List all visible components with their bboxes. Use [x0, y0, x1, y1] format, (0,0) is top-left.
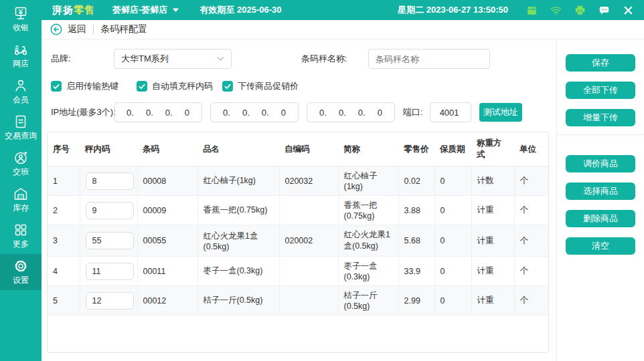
ip-octet: 0.: [223, 108, 230, 118]
save-button[interactable]: 保存: [566, 54, 635, 72]
download-all-button[interactable]: 全部下传: [566, 82, 635, 99]
close-icon[interactable]: [622, 4, 635, 17]
cell-shelf-life: 0: [434, 257, 471, 286]
cell-price: 3.88: [398, 196, 434, 225]
message-icon[interactable]: [598, 4, 611, 17]
cell-name: 香蕉一把(0.75kg): [197, 196, 279, 225]
ip-address-input-1[interactable]: 0.0.0.0: [114, 102, 202, 122]
action-group-secondary: 调价商品选择商品删除商品清空: [566, 135, 635, 255]
scale-code-input[interactable]: [86, 292, 134, 310]
cell-price: 2.99: [398, 286, 434, 316]
cell-barcode: 00011: [137, 257, 197, 286]
cell-shelf-life: 0: [434, 196, 471, 225]
sidebar-items: 收银网店会员交易查询交班库存更多设置: [0, 1, 42, 290]
sidebar-item-settings[interactable]: 设置: [0, 254, 42, 290]
page-header: 返回 条码秤配置: [42, 20, 644, 39]
printer-icon[interactable]: [574, 4, 586, 17]
warehouse-icon: [13, 186, 29, 202]
ip-address-input-3[interactable]: 0.0.0.0: [307, 102, 395, 122]
clear-button[interactable]: 清空: [566, 237, 635, 255]
back-button[interactable]: 返回: [50, 23, 86, 36]
brand-select[interactable]: 大华TM系列: [114, 49, 232, 69]
sidebar-item-label: 库存: [13, 203, 29, 214]
delete-products-button[interactable]: 删除商品: [566, 210, 635, 227]
checkbox-transfer-hotkey[interactable]: 启用传输热键: [47, 80, 133, 92]
cell-weigh-method: 计重: [471, 225, 514, 257]
test-address-button[interactable]: 测试地址: [479, 103, 522, 122]
port-input[interactable]: [430, 102, 471, 122]
sidebar-item-more[interactable]: 更多: [0, 218, 42, 254]
sidebar-item-inventory[interactable]: 库存: [0, 182, 42, 218]
column-header: 单位: [514, 132, 549, 166]
cell-unit: 个: [514, 257, 549, 286]
ip-octet: 0.: [242, 108, 250, 118]
column-header: 称重方式: [471, 132, 514, 166]
table-row: 400011枣子一盒(0.3kg)枣子一盒(0.3kg)33.90计重个: [48, 257, 549, 286]
cell-name: 红心柚子(1kg): [197, 166, 279, 196]
column-header: 简称: [338, 132, 398, 166]
column-header: 零售价: [398, 132, 434, 166]
header-divider: [93, 25, 94, 34]
cell-short-name: 枣子一盒(0.3kg): [338, 257, 398, 286]
cell-weigh-method: 计数: [471, 166, 514, 196]
ip-octet: 0.: [262, 108, 269, 118]
ip-address-input-2[interactable]: 0.0.0.0: [210, 102, 299, 122]
topbar: 湃扬零售 荟鲜店-荟鲜店 有效期至 2025-06-30 星期二 2023-06…: [42, 0, 644, 20]
table-row: 100008红心柚子(1kg)020032红心柚子(1kg)0.020计数个: [48, 166, 549, 196]
back-label: 返回: [68, 23, 86, 35]
scale-code-input[interactable]: [86, 232, 134, 249]
table-row: 300055红心火龙果1盒(0.5kg)020002红心火龙果1盒(0.5kg)…: [48, 225, 549, 257]
cell-scale-code: [80, 166, 137, 196]
sidebar: 收银网店会员交易查询交班库存更多设置: [0, 0, 42, 361]
cell-scale-code: [80, 196, 137, 225]
store-selector[interactable]: 荟鲜店-荟鲜店: [112, 4, 179, 16]
chevron-down-icon: [217, 56, 224, 62]
cell-unit: 个: [514, 286, 549, 316]
sidebar-item-cashier[interactable]: 收银: [0, 1, 42, 37]
scale-code-input[interactable]: [86, 263, 134, 280]
page-title: 条码秤配置: [100, 23, 147, 35]
ip-octet: 0.: [319, 108, 327, 118]
cell-unit: 个: [514, 225, 549, 257]
checkbox-upload-promo[interactable]: 下传商品促销价: [218, 80, 304, 92]
incremental-upload-button[interactable]: 增量下传: [566, 109, 635, 126]
cell-weigh-method: 计重: [471, 196, 514, 225]
cell-name: 红心火龙果1盒(0.5kg): [197, 225, 279, 257]
ip-octet: 0.: [127, 108, 134, 118]
sidebar-item-shift[interactable]: 交班: [0, 146, 42, 182]
app-logo: 湃扬零售: [52, 4, 95, 17]
scooter-icon: [13, 41, 29, 57]
cell-barcode: 00055: [137, 225, 197, 257]
select-products-button[interactable]: 选择商品: [566, 183, 635, 200]
checkbox-autofill-code[interactable]: 自动填充秤内码: [133, 80, 218, 92]
cell-unit: 个: [514, 196, 549, 225]
datetime-text: 星期二 2023-06-27 13:50:50: [398, 4, 508, 16]
store-name: 荟鲜店-荟鲜店: [112, 4, 167, 16]
validity-text: 有效期至 2025-06-30: [199, 4, 281, 16]
member-icon: [13, 78, 29, 94]
cell-weigh-method: 计重: [471, 286, 514, 316]
config-form: 品牌: 大华TM系列 条码秤名称: 启用传输热键自动填充秤内码下传商品促销价 I…: [42, 39, 556, 361]
sidebar-item-transactions[interactable]: 交易查询: [0, 110, 42, 146]
ip-octet: 0.: [339, 108, 346, 118]
scale-name-input[interactable]: [368, 49, 490, 69]
cell-index: 4: [48, 257, 80, 286]
scale-name-label: 条码秤名称:: [301, 53, 361, 65]
scale-code-input[interactable]: [86, 202, 134, 219]
sidebar-item-online-store[interactable]: 网店: [0, 37, 42, 74]
cell-price: 33.9: [398, 257, 434, 286]
checkbox-label: 下传商品促销价: [238, 80, 299, 92]
cell-price: 5.68: [398, 225, 434, 257]
checkbox-label: 自动填充秤内码: [152, 80, 213, 92]
checkbox-label: 启用传输热键: [66, 80, 118, 92]
sidebar-item-member[interactable]: 会员: [0, 74, 42, 110]
sidebar-item-label: 更多: [13, 239, 29, 250]
checkbox-checked-icon: [137, 81, 147, 92]
app-window: 收银网店会员交易查询交班库存更多设置 湃扬零售 荟鲜店-荟鲜店 有效期至 202…: [0, 0, 644, 361]
adjust-price-button[interactable]: 调价商品: [566, 155, 635, 172]
cell-scale-code: [80, 257, 137, 286]
cell-index: 1: [48, 166, 80, 196]
scale-code-input[interactable]: [86, 172, 134, 190]
cell-index: 3: [48, 225, 80, 257]
ip-label: IP地址(最多3个):: [47, 106, 114, 118]
